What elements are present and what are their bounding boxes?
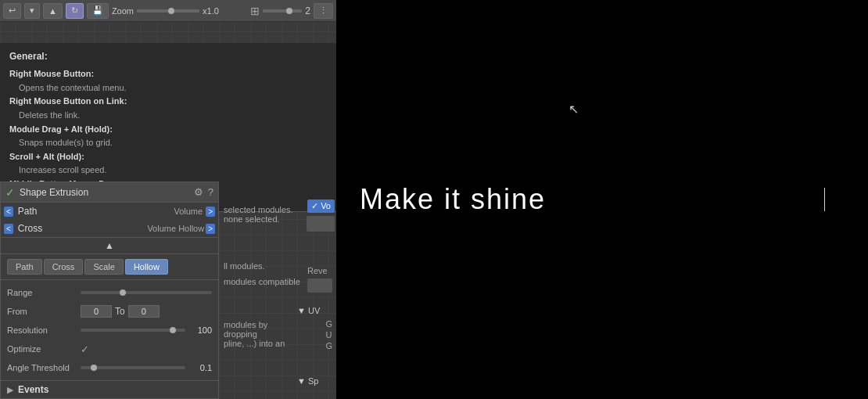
optimize-label: Optimize bbox=[7, 344, 77, 354]
from-input-group: To bbox=[81, 305, 160, 318]
resolution-slider-handle[interactable] bbox=[170, 327, 176, 333]
cross-arrow-left[interactable]: < bbox=[4, 224, 13, 234]
module-drag-label: Module Drag + Alt (Hold): bbox=[9, 123, 327, 137]
main-display-text: Make it shine bbox=[360, 183, 546, 216]
zoom-slider[interactable] bbox=[137, 9, 199, 13]
from-input[interactable] bbox=[81, 305, 112, 318]
from-label: From bbox=[7, 307, 77, 316]
vol-check-button[interactable]: ✓ Vo bbox=[307, 200, 335, 213]
cross-arrow-right[interactable]: > bbox=[206, 224, 215, 234]
tab-scale[interactable]: Scale bbox=[84, 259, 124, 275]
tab-row: Path Cross Scale Hollow bbox=[1, 254, 218, 280]
to-input[interactable] bbox=[128, 305, 160, 318]
resolution-label: Resolution bbox=[7, 325, 77, 335]
zoom-value: x1.0 bbox=[203, 6, 219, 16]
range-label: Range bbox=[7, 288, 77, 297]
properties-section: Range From To Resolution 1 bbox=[1, 280, 218, 380]
path-arrow-right[interactable]: > bbox=[206, 207, 215, 217]
general-header: General: bbox=[9, 49, 327, 64]
reve-section: Reve bbox=[307, 266, 332, 293]
rmb-link-desc: Deletes the link. bbox=[9, 109, 327, 123]
g1-label: G bbox=[325, 319, 332, 329]
tab-hollow[interactable]: Hollow bbox=[125, 259, 168, 275]
gug-section: G U G bbox=[325, 319, 332, 350]
resolution-value: 100 bbox=[188, 325, 212, 335]
left-panel: ↩ ▾ ▲ ↻ 💾 Zoom x1.0 ⊞ 2 ⋮ General: Right… bbox=[0, 0, 336, 399]
zoom-slider-handle[interactable] bbox=[168, 8, 174, 14]
panel-check[interactable]: ✓ bbox=[5, 186, 15, 199]
angle-threshold-handle[interactable] bbox=[91, 365, 97, 371]
cross-row: < Cross Volume Hollow > bbox=[1, 220, 218, 237]
grid-number: 2 bbox=[305, 5, 310, 16]
undo-button[interactable]: ↩ bbox=[3, 3, 21, 19]
collapse-button[interactable]: ▲ bbox=[1, 238, 218, 254]
sp-section: ▼ Sp bbox=[297, 376, 336, 386]
resolution-row: Resolution 100 bbox=[7, 322, 212, 338]
angle-threshold-row: Angle Threshold 0.1 bbox=[7, 360, 212, 376]
scroll-alt-desc: Increases scroll speed. bbox=[9, 164, 327, 178]
info-compat: modules compatible bbox=[224, 277, 300, 286]
grid-icon: ⊞ bbox=[250, 5, 260, 17]
range-row: Range bbox=[7, 285, 212, 300]
brightness-slider[interactable] bbox=[263, 9, 302, 13]
collapse-icon: ▲ bbox=[105, 240, 114, 251]
dropdown-button[interactable]: ▾ bbox=[24, 3, 40, 19]
refresh-button[interactable]: ↻ bbox=[66, 3, 84, 19]
angle-threshold-value: 0.1 bbox=[188, 363, 212, 372]
rmb-desc: Opens the contextual menu. bbox=[9, 81, 327, 95]
info-selected: selected modules. bbox=[224, 205, 300, 214]
info-spline: pline, ...) into an bbox=[224, 339, 300, 348]
info-all: ll modules. bbox=[224, 261, 300, 271]
more-button[interactable]: ⋮ bbox=[314, 3, 333, 19]
mouse-cursor-indicator: ↖ bbox=[569, 102, 579, 117]
path-row: < Path Volume > bbox=[1, 203, 218, 220]
cross-label: Cross bbox=[15, 223, 146, 234]
shape-panel-header: ✓ Shape Extrusion ⚙ ? bbox=[1, 182, 218, 203]
angle-threshold-slider[interactable] bbox=[81, 366, 185, 369]
events-section: ▶ Events bbox=[1, 380, 218, 398]
uv-label: ▼ UV bbox=[297, 306, 323, 315]
volume-label: Volume bbox=[174, 207, 203, 216]
path-label: Path bbox=[15, 206, 173, 217]
tab-path[interactable]: Path bbox=[7, 259, 42, 275]
angle-threshold-label: Angle Threshold bbox=[7, 363, 77, 372]
top-toolbar: ↩ ▾ ▲ ↻ 💾 Zoom x1.0 ⊞ 2 ⋮ bbox=[0, 0, 336, 22]
gear-icon[interactable]: ⚙ bbox=[194, 186, 203, 198]
right-panel: ↖ Make it shine bbox=[336, 0, 868, 399]
brightness-handle[interactable] bbox=[286, 8, 292, 14]
to-label: To bbox=[115, 306, 125, 317]
sp-label: ▼ Sp bbox=[297, 376, 321, 386]
volume-hollow-label: Volume Hollow bbox=[147, 224, 204, 233]
vol-gray-button[interactable] bbox=[307, 216, 335, 232]
reve-label: Reve bbox=[307, 266, 332, 275]
module-drag-desc: Snaps module(s) to grid. bbox=[9, 136, 327, 150]
path-cross-section: < Path Volume > < Cross Volume Hollow > bbox=[1, 203, 218, 238]
shape-panel-title: Shape Extrusion bbox=[20, 187, 189, 198]
zoom-section: Zoom x1.0 bbox=[112, 6, 247, 16]
info-none: none selected. bbox=[224, 214, 300, 224]
scroll-alt-label: Scroll + Alt (Hold): bbox=[9, 150, 327, 164]
rmb-link-label: Right Mouse Button on Link: bbox=[9, 95, 327, 109]
range-slider[interactable] bbox=[81, 291, 212, 294]
path-arrow-left[interactable]: < bbox=[4, 207, 13, 217]
from-to-row: From To bbox=[7, 304, 212, 319]
resolution-slider[interactable] bbox=[81, 329, 185, 332]
help-icon[interactable]: ? bbox=[208, 186, 213, 198]
events-arrow-icon[interactable]: ▶ bbox=[7, 385, 13, 395]
rmb-label: Right Mouse Button: bbox=[9, 67, 327, 81]
u-label: U bbox=[325, 330, 332, 340]
optimize-check[interactable]: ✓ bbox=[81, 343, 89, 355]
save-button[interactable]: 💾 bbox=[87, 3, 109, 19]
optimize-row: Optimize ✓ bbox=[7, 341, 212, 357]
range-slider-handle[interactable] bbox=[120, 289, 126, 296]
zoom-label: Zoom bbox=[112, 6, 134, 16]
up-button[interactable]: ▲ bbox=[43, 3, 63, 19]
events-label: Events bbox=[18, 384, 48, 395]
shape-panel: ✓ Shape Extrusion ⚙ ? < Path Volume > < … bbox=[0, 182, 219, 399]
text-cursor bbox=[824, 188, 825, 211]
reve-button[interactable] bbox=[307, 279, 332, 293]
uv-section: ▼ UV bbox=[297, 305, 336, 316]
g2-label: G bbox=[325, 341, 332, 350]
info-drop: modules by dropping bbox=[224, 320, 300, 339]
tab-cross[interactable]: Cross bbox=[44, 259, 84, 275]
